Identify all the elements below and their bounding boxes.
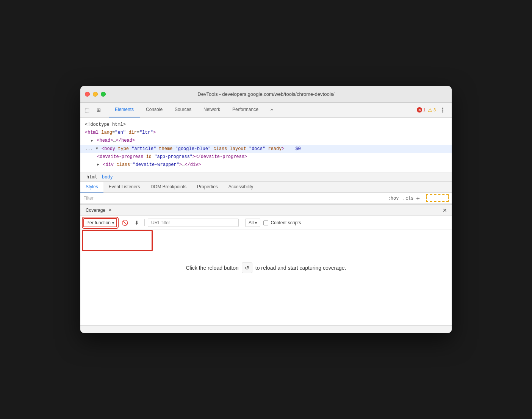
toolbar-icons: ⬚ ⊞ <box>82 103 107 117</box>
coverage-close-icon[interactable]: ✕ <box>108 208 112 213</box>
hov-button[interactable]: :hov <box>387 195 400 201</box>
warning-badge[interactable]: ⚠ 3 <box>428 107 436 113</box>
toolbar-right: ✕ 1 ⚠ 3 <box>414 103 450 117</box>
bottom-bar <box>80 325 452 333</box>
devtools-toolbar: ⬚ ⊞ Elements Console Sources Network Per… <box>80 103 452 118</box>
tab-styles[interactable]: Styles <box>80 182 103 192</box>
per-function-dropdown[interactable]: Per function ▾ <box>83 218 117 227</box>
tab-performance[interactable]: Performance <box>226 103 264 117</box>
expand-head-arrow[interactable]: ▶ <box>91 138 93 144</box>
tab-event-listeners[interactable]: Event Listeners <box>103 182 146 192</box>
error-icon: ✕ <box>417 107 422 113</box>
breadcrumb-body[interactable]: body <box>100 174 114 180</box>
styles-filter-bar: :hov .cls + <box>80 193 452 204</box>
reload-coverage-button[interactable]: 🚫 <box>120 218 129 227</box>
toolbar-divider-2 <box>242 219 242 226</box>
tab-sources[interactable]: Sources <box>169 103 197 117</box>
main-tabs: Elements Console Sources Network Perform… <box>109 103 414 117</box>
window-title: DevTools - developers.google.com/web/too… <box>197 91 334 97</box>
close-button[interactable] <box>85 92 90 97</box>
url-filter-input[interactable] <box>148 219 239 227</box>
cursor-icon: ⬚ <box>85 107 89 113</box>
start-recording-button[interactable]: ↺ <box>242 263 252 273</box>
ellipsis-icon <box>440 107 446 113</box>
tab-properties[interactable]: Properties <box>192 182 223 192</box>
expand-div-arrow[interactable]: ▶ <box>97 162 99 168</box>
tab-elements[interactable]: Elements <box>109 103 140 117</box>
maximize-button[interactable] <box>101 92 106 97</box>
device-icon: ⊞ <box>97 107 101 113</box>
code-line-body[interactable]: ... ▼ <body type = "article" theme = "go… <box>80 145 452 153</box>
code-line-div[interactable]: ▶ <div class = "devsite-wrapper" > … </d… <box>80 161 452 169</box>
tab-accessibility[interactable]: Accessibility <box>223 182 258 192</box>
tab-dom-breakpoints[interactable]: DOM Breakpoints <box>145 182 192 192</box>
coverage-empty-state: Click the reload button ↺ to reload and … <box>80 230 452 306</box>
expand-body-arrow[interactable]: ▼ <box>96 146 98 152</box>
style-indicator <box>426 194 449 202</box>
download-coverage-button[interactable]: ⬇ <box>132 218 141 227</box>
coverage-toolbar-wrapper: Per function ▾ 🚫 ⬇ All ▾ Cont <box>80 216 452 230</box>
warning-icon: ⚠ <box>428 107 432 113</box>
code-line-head[interactable]: ▶ <head> … </head> <box>80 137 452 145</box>
breadcrumb: html body <box>80 172 452 182</box>
drawer-close-button[interactable]: ✕ <box>441 206 449 214</box>
coverage-drawer: Coverage ✕ ✕ Per function ▾ 🚫 ⬇ <box>80 204 452 325</box>
hov-cls-buttons: :hov .cls + <box>387 195 420 202</box>
styles-tabs: Styles Event Listeners DOM Breakpoints P… <box>80 182 452 193</box>
styles-pane: Styles Event Listeners DOM Breakpoints P… <box>80 182 452 204</box>
reload-icon: ↺ <box>245 265 249 271</box>
all-chevron-icon: ▾ <box>255 221 257 225</box>
cls-button[interactable]: .cls <box>401 195 415 201</box>
title-bar: DevTools - developers.google.com/web/too… <box>80 86 452 103</box>
inspect-element-button[interactable]: ⬚ <box>82 105 92 115</box>
code-line-doctype: <!doctype html> <box>80 121 452 129</box>
coverage-tab[interactable]: Coverage ✕ <box>83 205 114 216</box>
content-scripts-checkbox[interactable] <box>263 220 268 225</box>
chevron-down-icon: ▾ <box>112 221 114 225</box>
devtools-window: DevTools - developers.google.com/web/too… <box>80 86 452 333</box>
drawer-header: Coverage ✕ ✕ <box>80 205 452 216</box>
minimize-button[interactable] <box>93 92 98 97</box>
tab-more[interactable]: » <box>264 103 279 117</box>
code-line-devsite-progress: <devsite-progress id = "app-progress" ><… <box>80 153 452 161</box>
all-dropdown[interactable]: All ▾ <box>245 219 260 227</box>
ban-icon: 🚫 <box>122 220 128 226</box>
code-line-html: <html lang = "en" dir = "ltr" > <box>80 129 452 137</box>
coverage-toolbar: Per function ▾ 🚫 ⬇ All ▾ Cont <box>80 216 452 230</box>
styles-filter-input[interactable] <box>83 195 384 201</box>
error-badge[interactable]: ✕ 1 <box>417 107 426 113</box>
add-style-button[interactable]: + <box>416 195 420 202</box>
traffic-lights <box>85 92 106 97</box>
device-mode-button[interactable]: ⊞ <box>93 105 104 115</box>
tab-console[interactable]: Console <box>140 103 169 117</box>
toolbar-divider <box>144 219 145 226</box>
dom-tree: <!doctype html> <html lang = "en" dir = … <box>80 118 452 172</box>
tab-network[interactable]: Network <box>197 103 226 117</box>
more-options-button[interactable] <box>438 106 447 114</box>
breadcrumb-html[interactable]: html <box>85 174 99 180</box>
content-scripts-checkbox-label[interactable]: Content scripts <box>263 220 301 225</box>
download-icon: ⬇ <box>135 220 139 226</box>
